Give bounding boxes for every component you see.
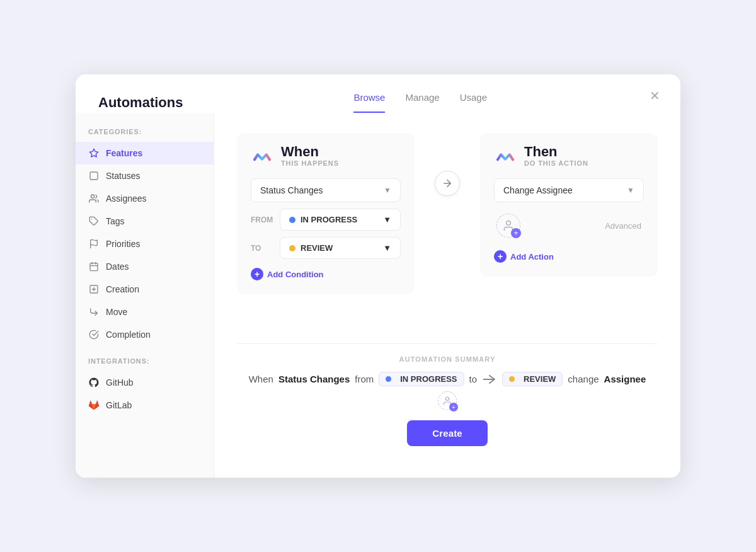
add-action-button[interactable]: + Add Action xyxy=(494,248,554,265)
add-condition-button[interactable]: + Add Condition xyxy=(251,265,324,283)
advanced-link[interactable]: Advanced xyxy=(605,221,641,231)
star-icon xyxy=(88,147,100,159)
summary-to-dot xyxy=(509,376,515,382)
when-title: When xyxy=(281,144,339,159)
to-row: TO REVIEW ▼ xyxy=(251,237,401,259)
summary-assignee-plus-icon: + xyxy=(449,403,458,411)
tab-usage[interactable]: Usage xyxy=(460,92,487,113)
assignee-selector[interactable]: + xyxy=(496,214,520,238)
people-icon xyxy=(88,193,100,204)
from-status-dot xyxy=(289,217,295,223)
sidebar-item-tags[interactable]: Tags xyxy=(76,210,214,233)
arrow-divider xyxy=(435,133,460,196)
svg-marker-0 xyxy=(89,149,98,157)
sidebar-item-dates[interactable]: Dates xyxy=(76,255,214,278)
chevron-down-icon: ▼ xyxy=(383,215,391,224)
sidebar-item-label: Completion xyxy=(106,330,151,340)
svg-rect-5 xyxy=(90,263,98,271)
summary-from-badge: IN PROGRESS xyxy=(379,372,464,386)
sidebar-item-github[interactable]: GitHub xyxy=(76,371,214,394)
when-card-header: When THIS HAPPENS xyxy=(251,144,401,167)
to-status-value: REVIEW xyxy=(301,243,333,253)
sidebar-item-features[interactable]: Features xyxy=(76,142,214,164)
sidebar-item-gitlab[interactable]: GitLab xyxy=(76,394,214,417)
sidebar-item-label: Assignees xyxy=(106,193,147,204)
tab-manage[interactable]: Manage xyxy=(405,92,439,113)
to-status-dot xyxy=(289,245,295,251)
sidebar-item-assignees[interactable]: Assignees xyxy=(76,187,214,210)
sidebar-item-label: Priorities xyxy=(106,239,140,249)
svg-point-14 xyxy=(445,397,449,400)
summary-from-text: from xyxy=(355,374,374,384)
summary-to-value: REVIEW xyxy=(524,374,556,384)
calendar-icon xyxy=(88,261,100,272)
summary-label: AUTOMATION SUMMARY xyxy=(237,355,658,363)
when-logo xyxy=(251,144,273,167)
from-status-dropdown[interactable]: IN PROGRESS ▼ xyxy=(280,209,401,231)
when-card: When THIS HAPPENS Status Changes ▼ FROM xyxy=(237,133,415,294)
then-card: Then DO THIS ACTION Change Assignee ▼ xyxy=(480,133,658,277)
svg-rect-1 xyxy=(90,172,98,180)
to-label: TO xyxy=(251,244,273,253)
to-status-dropdown[interactable]: REVIEW ▼ xyxy=(280,237,401,259)
github-icon xyxy=(88,377,100,388)
summary-arrow-icon xyxy=(483,375,496,384)
sidebar: CATEGORIES: Features Statuses xyxy=(76,113,214,478)
create-button[interactable]: Create xyxy=(407,420,488,446)
move-icon xyxy=(88,306,100,318)
svg-point-13 xyxy=(507,221,511,226)
modal-title: Automations xyxy=(98,95,183,111)
tab-browse[interactable]: Browse xyxy=(353,92,385,113)
summary-status-changes: Status Changes xyxy=(278,374,350,384)
plus-square-icon xyxy=(88,284,100,295)
sidebar-item-label: Dates xyxy=(106,262,129,272)
assignee-add-icon: + xyxy=(511,228,521,238)
check-circle-icon xyxy=(88,329,100,340)
when-then-row: When THIS HAPPENS Status Changes ▼ FROM xyxy=(237,133,658,294)
action-dropdown[interactable]: Change Assignee ▼ xyxy=(494,178,644,202)
then-logo xyxy=(494,144,517,167)
summary-to-badge: REVIEW xyxy=(502,372,563,386)
assignee-placeholder: + Advanced xyxy=(494,209,644,243)
arrow-circle xyxy=(435,171,460,196)
action-value: Change Assignee xyxy=(503,185,573,195)
then-subtitle: DO THIS ACTION xyxy=(524,159,588,167)
categories-label: CATEGORIES: xyxy=(76,128,214,142)
when-title-block: When THIS HAPPENS xyxy=(281,144,339,167)
trigger-value: Status Changes xyxy=(260,185,323,195)
sidebar-item-label: Creation xyxy=(106,284,139,294)
chevron-down-icon: ▼ xyxy=(384,186,391,195)
tag-icon xyxy=(88,216,100,227)
summary-when: When xyxy=(249,374,273,384)
summary-from-dot xyxy=(386,376,391,382)
automations-modal: Automations Browse Manage Usage ✕ CATEGO… xyxy=(76,74,680,478)
sidebar-item-creation[interactable]: Creation xyxy=(76,278,214,301)
plus-icon: + xyxy=(494,250,507,263)
from-row: FROM IN PROGRESS ▼ xyxy=(251,209,401,231)
add-condition-label: Add Condition xyxy=(267,270,324,279)
chevron-down-icon: ▼ xyxy=(383,243,391,253)
summary-change-text: change xyxy=(568,374,598,384)
sidebar-item-priorities[interactable]: Priorities xyxy=(76,233,214,255)
sidebar-item-completion[interactable]: Completion xyxy=(76,323,214,346)
trigger-dropdown[interactable]: Status Changes ▼ xyxy=(251,178,401,202)
then-title: Then xyxy=(524,144,588,159)
main-content: When THIS HAPPENS Status Changes ▼ FROM xyxy=(214,113,680,478)
modal-body: CATEGORIES: Features Statuses xyxy=(76,113,680,478)
chevron-down-icon: ▼ xyxy=(627,186,634,195)
summary-from-value: IN PROGRESS xyxy=(400,374,457,384)
from-label: FROM xyxy=(251,216,273,224)
sidebar-item-label: Statuses xyxy=(106,171,140,181)
integrations-label: INTEGRATIONS: xyxy=(76,357,214,371)
when-subtitle: THIS HAPPENS xyxy=(281,159,339,167)
sidebar-item-label: GitHub xyxy=(106,377,134,388)
sidebar-item-statuses[interactable]: Statuses xyxy=(76,164,214,187)
from-status-value: IN PROGRESS xyxy=(301,215,357,224)
square-icon xyxy=(88,170,100,181)
sidebar-item-move[interactable]: Move xyxy=(76,301,214,323)
close-button[interactable]: ✕ xyxy=(647,87,663,105)
flag-icon xyxy=(88,238,100,250)
summary-assignee-icon: + xyxy=(438,391,457,410)
sidebar-item-label: Move xyxy=(106,307,127,317)
then-title-block: Then DO THIS ACTION xyxy=(524,144,588,167)
